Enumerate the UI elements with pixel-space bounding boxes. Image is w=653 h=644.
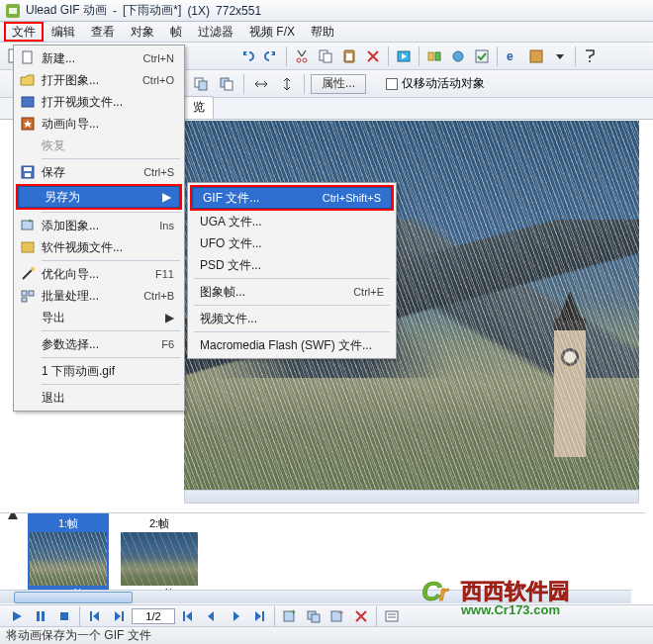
tb-copy-icon[interactable]	[315, 46, 336, 67]
menu-new[interactable]: 新建...Ctrl+N	[16, 47, 182, 69]
dup-frame-icon[interactable]	[303, 605, 325, 627]
app-name: Ulead GIF 动画	[26, 2, 107, 19]
remove-frame-icon[interactable]: −	[326, 605, 348, 627]
svg-rect-39	[22, 291, 27, 296]
menu-bar: 文件 编辑 查看 对象 帧 过滤器 视频 F/X 帮助	[0, 22, 653, 43]
tb-undo-icon[interactable]	[236, 46, 258, 67]
tb-opt1-icon[interactable]	[423, 46, 445, 67]
menu-add-video[interactable]: 软件视频文件...	[16, 236, 182, 258]
menu-revert: 恢复	[16, 135, 182, 156]
canvas-dims: 772x551	[216, 4, 261, 18]
menu-optimize-wizard[interactable]: 优化向导...F11	[16, 263, 182, 285]
submenu-ufo-file[interactable]: UFO 文件...	[190, 232, 394, 254]
separator	[42, 384, 180, 385]
tb-opt2-icon[interactable]	[447, 46, 469, 67]
menu-filter[interactable]: 过滤器	[190, 22, 241, 42]
tb-delete-icon[interactable]	[362, 46, 384, 67]
wizard-icon	[16, 116, 40, 132]
first-frame-icon[interactable]	[177, 605, 199, 627]
svg-rect-60	[312, 614, 320, 622]
menu-object[interactable]: 对象	[123, 22, 162, 42]
menu-export[interactable]: 导出▶	[16, 307, 182, 328]
svg-rect-51	[183, 611, 185, 621]
checkbox-box-icon[interactable]	[386, 78, 398, 90]
tb-opt3-icon[interactable]	[471, 46, 493, 67]
expand-icon[interactable]	[8, 512, 18, 519]
submenu-uga-file[interactable]: UGA 文件...	[190, 211, 394, 232]
separator	[194, 278, 390, 279]
menu-view[interactable]: 查看	[83, 22, 123, 42]
svg-rect-28	[23, 51, 32, 63]
scrollbar-horizontal[interactable]	[184, 490, 639, 504]
tb-cut-icon[interactable]	[291, 46, 313, 67]
tab-preview[interactable]: 览	[184, 96, 214, 119]
svg-rect-34	[25, 173, 31, 177]
menu-open-video[interactable]: 打开视频文件...	[16, 91, 182, 113]
separator	[274, 606, 275, 626]
menu-help[interactable]: 帮助	[303, 22, 342, 42]
svg-text:+: +	[291, 609, 296, 617]
menu-open-image[interactable]: 打开图象...Ctrl+O	[16, 69, 182, 91]
del-frame-icon[interactable]	[350, 605, 372, 627]
pause-icon[interactable]	[30, 605, 51, 627]
frame-thumbnail[interactable]	[30, 532, 107, 586]
svg-rect-19	[476, 50, 488, 62]
separator	[42, 260, 180, 261]
menu-exit[interactable]: 退出	[16, 387, 182, 409]
next-frame-icon[interactable]	[225, 605, 246, 627]
menu-add-image[interactable]: +添加图象...Ins	[16, 215, 182, 236]
save-icon	[16, 164, 40, 180]
svg-rect-13	[346, 53, 352, 60]
stop-icon[interactable]	[53, 605, 75, 627]
tb-export-icon[interactable]	[525, 46, 547, 67]
move-active-only-checkbox[interactable]: 仅移动活动对象	[386, 75, 485, 92]
submenu-psd-file[interactable]: PSD 文件...	[190, 254, 394, 276]
menu-edit[interactable]: 编辑	[44, 22, 83, 42]
menu-preferences[interactable]: 参数选择...F6	[16, 333, 182, 355]
svg-marker-42	[8, 512, 18, 519]
highlight-save-as: 另存为▶	[16, 184, 182, 210]
frame-counter[interactable]: 1/2	[132, 608, 175, 624]
prev-frame-icon[interactable]	[201, 605, 223, 627]
menu-file[interactable]: 文件	[4, 22, 44, 42]
menu-animation-wizard[interactable]: 动画向导...	[16, 113, 182, 135]
separator	[575, 46, 576, 66]
frame-thumbnail[interactable]	[121, 532, 198, 586]
save-as-submenu: GIF 文件...Ctrl+Shift+S UGA 文件... UFO 文件..…	[187, 182, 397, 359]
svg-point-9	[303, 58, 307, 62]
tb-dropdown-icon[interactable]	[549, 46, 571, 67]
opt-dup2-icon[interactable]	[216, 73, 237, 95]
menu-save[interactable]: 保存Ctrl+S	[16, 161, 182, 183]
menu-video-fx[interactable]: 视频 F/X	[241, 22, 303, 42]
submenu-swf-file[interactable]: Macromedia Flash (SWF) 文件...	[190, 334, 394, 356]
tb-preview-icon[interactable]	[393, 46, 415, 67]
opt-dup-icon[interactable]	[190, 73, 212, 95]
frame-props-icon[interactable]	[381, 605, 403, 627]
submenu-gif-file[interactable]: GIF 文件...Ctrl+Shift+S	[192, 187, 392, 209]
last-frame-icon[interactable]	[248, 605, 270, 627]
submenu-image-frames[interactable]: 图象帧...Ctrl+E	[190, 281, 394, 303]
add-frame-icon[interactable]: +	[279, 605, 301, 627]
properties-button[interactable]: 属性...	[311, 74, 366, 94]
submenu-video-file[interactable]: 视频文件...	[190, 308, 394, 329]
tb-paste-icon[interactable]	[338, 46, 360, 67]
collapse-left-icon[interactable]	[84, 605, 106, 627]
tb-browser-icon[interactable]: e	[502, 46, 523, 67]
separator	[42, 212, 180, 213]
expand-right-icon[interactable]	[108, 605, 130, 627]
opt-flip-v-icon[interactable]	[276, 73, 298, 95]
svg-rect-46	[60, 612, 68, 620]
menu-recent-1[interactable]: 1 下雨动画.gif	[16, 360, 182, 382]
svg-marker-53	[208, 611, 214, 621]
separator	[79, 606, 80, 626]
menu-frame[interactable]: 帧	[162, 22, 190, 42]
menu-save-as[interactable]: 另存为▶	[18, 186, 180, 208]
tb-help-icon[interactable]	[580, 46, 602, 67]
app-icon	[6, 4, 20, 18]
menu-batch[interactable]: 批量处理...Ctrl+B	[16, 285, 182, 307]
tb-redo-icon[interactable]	[260, 46, 282, 67]
play-icon[interactable]	[6, 605, 28, 627]
scrollbar-thumb[interactable]	[14, 592, 133, 603]
splitter-handle[interactable]	[0, 512, 645, 513]
opt-flip-h-icon[interactable]	[250, 73, 272, 95]
